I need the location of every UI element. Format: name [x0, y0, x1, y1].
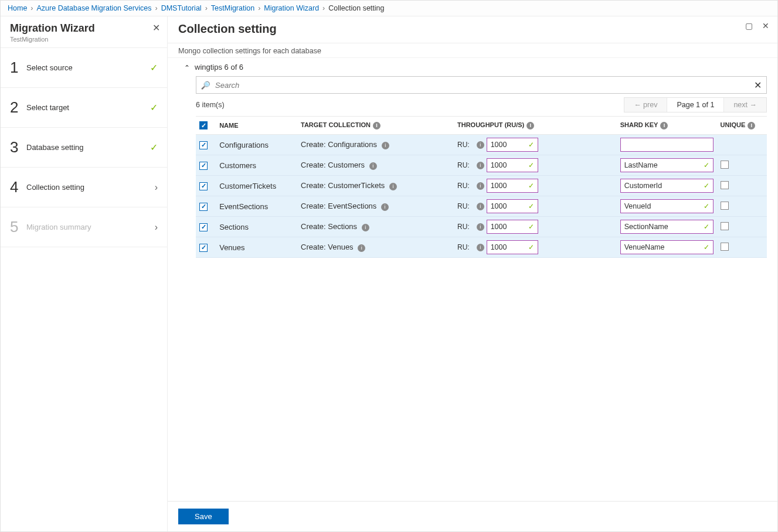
row-target: Create: Sections — [301, 222, 357, 231]
shard-key-input[interactable]: SectionName✓ — [620, 220, 714, 234]
shard-key-input[interactable] — [620, 138, 714, 152]
info-icon[interactable]: i — [382, 142, 389, 149]
row-name: Venues — [216, 237, 297, 258]
check-icon: ✓ — [528, 243, 534, 251]
info-icon[interactable]: i — [389, 183, 397, 190]
db-expander[interactable]: ⌄ wingtips 6 of 6 — [168, 58, 777, 76]
step-label: Collection setting — [26, 183, 155, 192]
step-label: Database setting — [26, 143, 150, 152]
info-icon[interactable]: i — [369, 162, 377, 170]
unique-checkbox[interactable] — [721, 161, 729, 169]
search-bar[interactable]: 🔍 ✕ — [196, 76, 767, 94]
next-page-button[interactable]: next → — [723, 98, 766, 112]
info-icon[interactable]: i — [477, 203, 484, 210]
close-icon[interactable]: ✕ — [152, 22, 160, 33]
check-icon: ✓ — [150, 102, 158, 113]
wizard-step-2[interactable]: 2Select target✓ — [1, 88, 167, 128]
table-row: ConfigurationsCreate: Configurations iRU… — [196, 135, 767, 155]
prev-page-button[interactable]: ← prev — [624, 98, 667, 112]
shard-key-input[interactable]: LastName✓ — [620, 158, 714, 172]
ru-input[interactable]: 1000✓ — [487, 138, 538, 152]
search-input[interactable] — [210, 81, 754, 90]
info-icon[interactable]: i — [477, 182, 484, 190]
ru-label: RU: — [457, 223, 470, 231]
row-checkbox[interactable] — [199, 244, 208, 252]
unique-checkbox[interactable] — [721, 243, 729, 251]
select-all-checkbox[interactable] — [199, 121, 208, 129]
row-target: Create: EventSections — [301, 202, 376, 210]
row-checkbox[interactable] — [199, 182, 208, 190]
step-number: 5 — [10, 218, 26, 236]
info-icon[interactable]: i — [660, 122, 668, 129]
pager: ← prev Page 1 of 1 next → — [624, 97, 767, 112]
check-icon: ✓ — [528, 202, 534, 210]
step-label: Migration summary — [26, 223, 155, 231]
unique-checkbox[interactable] — [721, 202, 729, 210]
row-name: Customers — [216, 155, 297, 176]
sidebar-title: Migration Wizard — [10, 22, 158, 35]
chevron-right-icon: › — [322, 4, 325, 12]
ru-label: RU: — [457, 243, 470, 251]
info-icon[interactable]: i — [477, 223, 484, 231]
breadcrumb-link[interactable]: Azure Database Migration Services — [37, 4, 152, 12]
breadcrumb-link[interactable]: Migration Wizard — [264, 4, 319, 12]
table-row: VenuesCreate: Venues iRU:i 1000✓VenueNam… — [196, 237, 767, 258]
info-icon[interactable]: i — [362, 224, 369, 231]
close-icon[interactable]: ✕ — [762, 21, 769, 30]
row-checkbox[interactable] — [199, 141, 208, 149]
collections-table: NAME TARGET COLLECTIONi THROUGHPUT (RU/S… — [196, 116, 767, 258]
info-icon[interactable]: i — [373, 122, 380, 129]
info-icon[interactable]: i — [477, 141, 484, 149]
breadcrumb-link[interactable]: Home — [8, 4, 27, 12]
row-name: EventSections — [216, 196, 297, 217]
shard-key-input[interactable]: CustomerId✓ — [620, 179, 714, 193]
check-icon: ✓ — [704, 223, 709, 231]
wizard-step-5[interactable]: 5Migration summary› — [1, 207, 167, 247]
row-checkbox[interactable] — [199, 162, 208, 170]
clear-search-icon[interactable]: ✕ — [754, 80, 762, 91]
ru-input[interactable]: 1000✓ — [487, 220, 538, 234]
save-button[interactable]: Save — [178, 509, 229, 524]
col-throughput: THROUGHPUT (RU/S) — [457, 121, 524, 128]
page-subtitle: Mongo collection settings for each datab… — [168, 43, 777, 58]
chevron-right-icon: › — [155, 182, 158, 193]
row-target: Create: Configurations — [301, 140, 377, 149]
row-target: Create: CustomerTickets — [301, 181, 385, 190]
col-target: TARGET COLLECTION — [301, 121, 371, 128]
info-icon[interactable]: i — [381, 203, 389, 211]
table-row: CustomersCreate: Customers iRU:i 1000✓La… — [196, 155, 767, 176]
unique-checkbox[interactable] — [721, 222, 729, 230]
check-icon: ✓ — [528, 161, 534, 169]
search-icon: 🔍 — [201, 81, 210, 90]
unique-checkbox[interactable] — [721, 181, 729, 189]
row-checkbox[interactable] — [199, 203, 208, 211]
row-target: Create: Venues — [301, 243, 354, 251]
restore-icon[interactable]: ▢ — [745, 21, 753, 30]
breadcrumb-link[interactable]: DMSTutorial — [161, 4, 202, 12]
row-name: CustomerTickets — [216, 176, 297, 196]
check-icon: ✓ — [704, 161, 709, 169]
shard-key-input[interactable]: VenueId✓ — [620, 199, 714, 213]
ru-input[interactable]: 1000✓ — [487, 240, 538, 254]
check-icon: ✓ — [704, 182, 709, 190]
wizard-step-4[interactable]: 4Collection setting› — [1, 168, 167, 207]
info-icon[interactable]: i — [477, 244, 484, 251]
row-name: Sections — [216, 217, 297, 237]
ru-input[interactable]: 1000✓ — [487, 158, 538, 172]
shard-key-input[interactable]: VenueName✓ — [620, 240, 714, 254]
ru-input[interactable]: 1000✓ — [487, 199, 538, 213]
info-icon[interactable]: i — [477, 162, 484, 169]
row-checkbox[interactable] — [199, 223, 208, 231]
check-icon: ✓ — [704, 243, 709, 251]
col-unique: UNIQUE — [721, 121, 746, 128]
page-indicator: Page 1 of 1 — [667, 98, 723, 112]
ru-input[interactable]: 1000✓ — [487, 179, 538, 193]
info-icon[interactable]: i — [526, 122, 534, 129]
info-icon[interactable]: i — [748, 122, 755, 129]
breadcrumb-link[interactable]: TestMigration — [211, 4, 254, 12]
wizard-step-3[interactable]: 3Database setting✓ — [1, 128, 167, 168]
chevron-right-icon: › — [30, 4, 33, 12]
wizard-step-1[interactable]: 1Select source✓ — [1, 48, 167, 88]
chevron-right-icon: › — [155, 4, 157, 12]
info-icon[interactable]: i — [358, 244, 365, 252]
